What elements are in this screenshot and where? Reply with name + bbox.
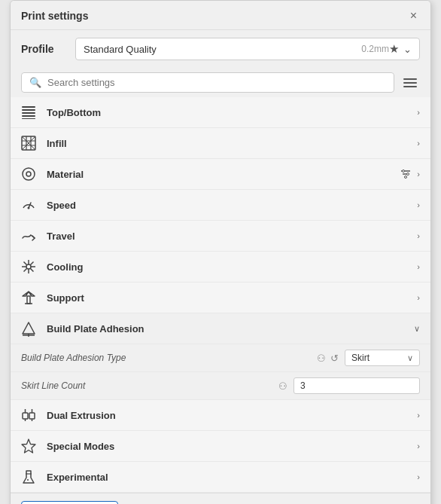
link-icon[interactable]: ⚇ [317,353,326,364]
svg-point-18 [407,173,409,176]
material-icon [18,166,39,182]
menu-line-3 [403,86,417,87]
profile-sub: 0.2mm [361,44,389,54]
settings-list: Top/Bottom › Infill › [11,97,430,493]
search-icon: 🔍 [29,77,41,88]
setting-row-special-modes[interactable]: Special Modes › [11,431,430,462]
svg-rect-3 [22,115,35,117]
infill-label: Infill [47,138,409,149]
skirt-count-label: Skirt Line Count [21,380,278,391]
top-bottom-icon [18,104,39,121]
setting-row-speed[interactable]: Speed › [11,190,430,221]
profile-select[interactable]: Standard Quality 0.2mm ★ ⌄ [75,38,420,60]
experimental-label: Experimental [47,472,409,483]
svg-point-21 [28,207,30,209]
footer-row: ‹ Recommended [11,493,430,504]
chevron-right-icon: › [417,472,420,481]
chevron-right-icon: › [417,441,420,451]
skirt-count-input[interactable] [293,377,420,394]
chevron-right-icon: › [417,139,420,148]
menu-line-1 [403,78,417,80]
chevron-down-icon: ⌄ [403,44,412,55]
cooling-label: Cooling [47,261,409,273]
build-plate-sub-rows: Build Plate Adhesion Type ⚇ ↺ Skirt ∨ Sk… [11,344,430,400]
reset-icon[interactable]: ↺ [330,353,339,364]
speed-label: Speed [47,200,409,211]
menu-lines-button[interactable] [400,75,420,90]
setting-row-travel[interactable]: Travel › [11,221,430,252]
svg-rect-4 [22,118,35,119]
build-plate-icon [18,320,39,337]
panel-title: Print settings [21,10,88,22]
search-row: 🔍 [11,68,430,97]
panel-header: Print settings × [11,1,430,30]
svg-marker-37 [22,439,35,453]
link-icon[interactable]: ⚇ [278,380,287,392]
setting-row-support[interactable]: Support › [11,283,430,313]
speed-icon [18,197,39,213]
special-modes-label: Special Modes [47,441,409,452]
chevron-right-icon: › [417,108,420,117]
filter-icon [399,167,412,181]
svg-point-12 [23,168,35,180]
setting-row-experimental[interactable]: Experimental › [11,462,430,493]
search-input[interactable] [47,77,386,88]
chevron-right-icon: › [417,170,420,179]
star-icon: ★ [389,42,399,56]
svg-rect-1 [22,109,35,111]
material-label: Material [47,169,391,180]
adhesion-type-value: Skirt [351,353,403,363]
setting-row-cooling[interactable]: Cooling › [11,252,430,283]
adhesion-type-actions: ⚇ ↺ [317,353,339,364]
special-modes-icon [18,438,39,454]
svg-rect-0 [22,106,35,108]
sub-row-skirt-count: Skirt Line Count ⚇ [11,372,430,400]
select-chevron-icon: ∨ [407,353,413,363]
adhesion-type-select[interactable]: Skirt ∨ [345,350,420,366]
recommended-button[interactable]: ‹ Recommended [21,501,118,504]
svg-point-26 [26,264,31,269]
profile-name: Standard Quality [84,44,358,55]
chevron-right-icon: › [417,262,420,271]
profile-select-icons: ★ ⌄ [389,42,412,56]
svg-point-17 [403,170,405,173]
svg-rect-27 [27,296,30,304]
skirt-count-actions: ⚇ [278,380,287,392]
dual-extrusion-label: Dual Extrusion [47,410,409,421]
dual-extrusion-icon [18,407,39,423]
adhesion-type-label: Build Plate Adhesion Type [21,353,317,363]
top-bottom-label: Top/Bottom [47,107,409,118]
profile-row: Profile Standard Quality 0.2mm ★ ⌄ [11,30,430,68]
menu-line-2 [403,82,417,84]
cooling-icon [18,258,39,275]
print-settings-panel: Print settings × Profile Standard Qualit… [10,0,431,504]
experimental-icon [18,469,39,485]
svg-point-13 [26,172,31,176]
material-extra: › [399,167,420,181]
build-plate-label: Build Plate Adhesion [47,323,406,334]
search-box: 🔍 [21,72,394,93]
support-label: Support [47,292,409,304]
chevron-right-icon: › [417,200,420,209]
infill-icon [18,135,39,151]
scroll-area: Top/Bottom › Infill › [11,97,430,493]
sub-row-adhesion-type: Build Plate Adhesion Type ⚇ ↺ Skirt ∨ [11,344,430,372]
close-button[interactable]: × [407,8,420,23]
chevron-down-icon: ∨ [414,324,420,334]
setting-row-dual-extrusion[interactable]: Dual Extrusion › [11,400,430,431]
setting-row-build-plate[interactable]: Build Plate Adhesion ∨ [11,313,430,344]
svg-point-39 [27,479,29,481]
chevron-right-icon: › [417,231,420,240]
svg-rect-32 [29,413,35,419]
travel-icon [18,228,39,244]
setting-row-material[interactable]: Material › [11,159,430,190]
profile-label: Profile [21,43,66,55]
svg-rect-31 [23,413,28,419]
svg-point-19 [405,176,407,179]
setting-row-top-bottom[interactable]: Top/Bottom › [11,97,430,128]
support-icon [18,289,39,306]
setting-row-infill[interactable]: Infill › [11,128,430,159]
svg-rect-2 [22,112,35,114]
chevron-right-icon: › [417,411,420,420]
travel-label: Travel [47,231,409,242]
